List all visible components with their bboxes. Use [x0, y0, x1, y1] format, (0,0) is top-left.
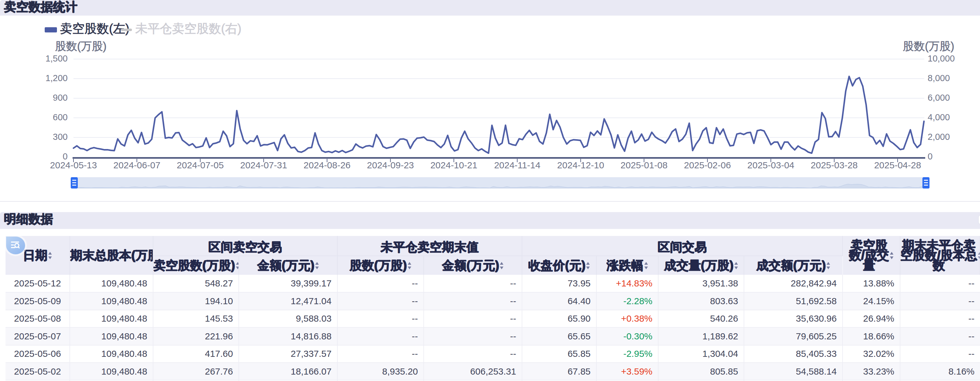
svg-text:2025-01-08: 2025-01-08: [620, 160, 667, 170]
svg-text:4,000: 4,000: [928, 112, 950, 122]
svg-text:600: 600: [53, 112, 68, 122]
svg-text:8,000: 8,000: [928, 73, 950, 83]
svg-text:2024-07-31: 2024-07-31: [240, 160, 287, 170]
svg-text:2024-09-23: 2024-09-23: [367, 160, 414, 170]
svg-text:2024-10-21: 2024-10-21: [430, 160, 477, 170]
svg-text:2025-04-28: 2025-04-28: [874, 160, 921, 170]
svg-text:2024-11-14: 2024-11-14: [494, 160, 540, 170]
svg-text:2025-03-04: 2025-03-04: [747, 160, 794, 170]
svg-text:股数(万股): 股数(万股): [55, 40, 107, 52]
svg-text:2,000: 2,000: [928, 132, 950, 142]
svg-text:6,000: 6,000: [928, 93, 950, 103]
svg-text:股数(万股): 股数(万股): [903, 40, 954, 52]
svg-text:10,000: 10,000: [928, 54, 955, 64]
svg-text:2024-05-13: 2024-05-13: [50, 160, 97, 170]
svg-text:900: 900: [53, 93, 68, 103]
svg-text:300: 300: [53, 132, 68, 142]
svg-text:未平仓卖空股数(右): 未平仓卖空股数(右): [135, 22, 242, 35]
svg-text:2024-12-10: 2024-12-10: [557, 160, 604, 170]
svg-text:0: 0: [928, 151, 932, 161]
svg-text:1,200: 1,200: [45, 73, 68, 83]
svg-text:2025-03-28: 2025-03-28: [811, 160, 858, 170]
svg-text:2024-07-05: 2024-07-05: [177, 160, 223, 170]
svg-text:1,500: 1,500: [45, 54, 68, 64]
svg-text:2025-02-06: 2025-02-06: [684, 160, 731, 170]
svg-text:2024-06-07: 2024-06-07: [113, 160, 160, 170]
svg-text:卖空股数(左): 卖空股数(左): [60, 22, 129, 35]
svg-text:2024-08-26: 2024-08-26: [304, 160, 350, 170]
